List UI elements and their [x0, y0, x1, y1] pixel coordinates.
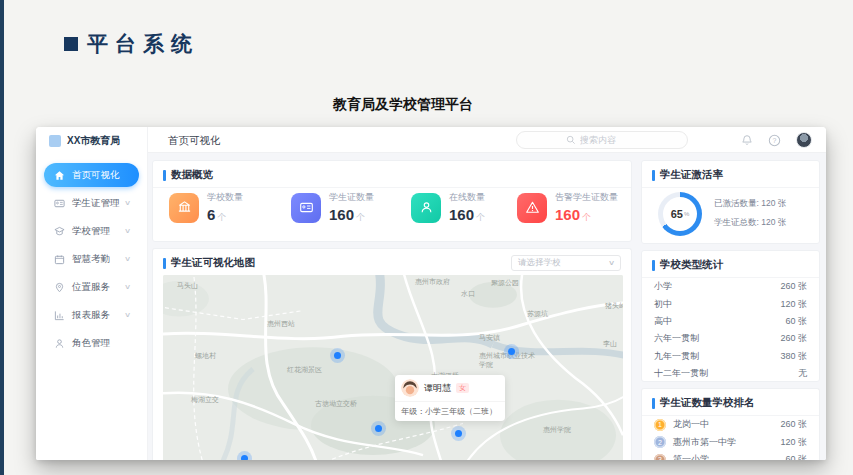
stat-value: 160个	[449, 206, 485, 224]
gold-medal-icon: 1	[654, 419, 666, 431]
table-row: 小学260 张	[642, 278, 819, 295]
school-building-icon	[169, 193, 199, 223]
stat-card-schools: 学校数量 6个	[169, 191, 285, 224]
title-bullet-square	[64, 37, 78, 51]
topbar-icons: ?	[740, 127, 812, 153]
map-marker[interactable]	[375, 425, 382, 432]
select-placeholder: 请选择学校	[518, 257, 561, 269]
sidebar-item-home-visualization[interactable]: 首页可视化	[44, 163, 139, 187]
map-place-label: 古塘坳立交桥	[315, 399, 357, 409]
sidebar-item-smart-attendance[interactable]: 智慧考勤 ∨	[44, 247, 139, 271]
table-row: 十二年一贯制无	[642, 365, 819, 382]
map-place-label: 螺地村	[195, 351, 216, 361]
donut-center: 65 %	[663, 197, 697, 231]
activation-donut-chart: 65 %	[658, 192, 702, 236]
stat-value: 6个	[207, 206, 243, 224]
accent-bar	[652, 398, 655, 409]
search-icon	[566, 131, 576, 149]
panel-title: 学生证数量学校排名	[660, 396, 755, 410]
sidebar-item-student-card[interactable]: 学生证管理 ∨	[44, 191, 139, 215]
calendar-icon	[54, 254, 65, 265]
bronze-medal-icon: 3	[654, 454, 666, 460]
sidebar-item-school-management[interactable]: 学校管理 ∨	[44, 219, 139, 243]
sidebar-item-label: 首页可视化	[72, 169, 120, 182]
stat-value: 160个	[329, 206, 374, 224]
chevron-down-icon: ∨	[608, 259, 615, 267]
slide-subtitle: 教育局及学校管理平台	[36, 96, 770, 114]
stat-label: 告警学生证数量	[555, 191, 618, 204]
panel-header: 数据概览	[153, 161, 631, 188]
map-place-label: 李山	[603, 339, 617, 349]
bell-icon[interactable]	[740, 134, 753, 147]
id-card-icon	[54, 198, 65, 209]
map-place-label: 红花湖景区	[287, 365, 322, 375]
accent-bar	[652, 260, 655, 271]
topbar: 首页可视化 ?	[148, 127, 826, 153]
sidebar-item-label: 位置服务	[72, 281, 110, 294]
search-input[interactable]	[580, 135, 638, 145]
map-marker[interactable]	[241, 455, 248, 460]
map-place-label: 水口	[461, 289, 475, 299]
panel-title: 学生证激活率	[660, 168, 723, 182]
popup-student-row: 谭明慧 女	[395, 375, 505, 401]
dashboard-window: XX市教育局 首页可视化 学生证管理 ∨ 学校管理 ∨ 智慧考勤 ∨	[36, 127, 826, 460]
chevron-down-icon: ∨	[124, 311, 131, 319]
location-pin-icon	[54, 282, 65, 293]
stat-card-student-cards: 学生证数量 160个	[291, 191, 407, 224]
accent-bar	[652, 170, 655, 181]
student-grade: 年级：小学三年级（二班）	[395, 401, 505, 421]
map-place-label: 聚源公园	[491, 278, 519, 288]
data-overview-panel: 数据概览 学校数量 6个 学生证数量 160个 在线	[152, 160, 632, 242]
sidebar: XX市教育局 首页可视化 学生证管理 ∨ 学校管理 ∨ 智慧考勤 ∨	[36, 127, 148, 460]
map-place-label: 马头山	[177, 281, 198, 291]
map-marker[interactable]	[508, 348, 515, 355]
sidebar-item-location-service[interactable]: 位置服务 ∨	[44, 275, 139, 299]
sidebar-item-report-service[interactable]: 报表服务 ∨	[44, 303, 139, 327]
map-place-label: 惠州学院	[543, 425, 571, 435]
slide-title: 平台系统	[87, 30, 199, 58]
breadcrumb-page-title: 首页可视化	[168, 134, 221, 148]
sidebar-item-label: 学生证管理	[72, 197, 120, 210]
donut-percent-unit: %	[684, 211, 689, 217]
map-marker[interactable]	[334, 352, 341, 359]
map-place-label: 梅湖立交	[191, 395, 219, 405]
slide-title-row: 平台系统	[64, 30, 199, 58]
sidebar-menu: 首页可视化 学生证管理 ∨ 学校管理 ∨ 智慧考勤 ∨ 位置服务 ∨	[36, 163, 147, 355]
school-select-dropdown[interactable]: 请选择学校 ∨	[511, 255, 621, 271]
id-card-icon	[291, 193, 321, 223]
map-marker[interactable]	[455, 430, 462, 437]
help-icon[interactable]: ?	[768, 134, 781, 147]
search-box[interactable]	[516, 131, 688, 149]
svg-text:?: ?	[773, 136, 777, 143]
ranking-row: 3 第一小学60 张	[642, 451, 819, 460]
panel-title: 数据概览	[171, 168, 213, 182]
sidebar-item-label: 学校管理	[72, 225, 110, 238]
slide-left-accent-strip	[0, 0, 4, 475]
gender-badge: 女	[456, 383, 469, 393]
user-icon	[54, 338, 65, 349]
chevron-down-icon: ∨	[124, 227, 131, 235]
map-canvas[interactable]: 马头山 惠州市政府 惠州西站 水口 聚源公园 苏源坑 螺地村 红花湖景区 马安镇…	[163, 275, 623, 460]
sidebar-item-role-management[interactable]: 角色管理	[44, 331, 139, 355]
donut-percent: 65	[671, 208, 683, 220]
stat-label: 学校数量	[207, 191, 243, 204]
accent-bar	[163, 258, 166, 269]
panel-title: 学校类型统计	[660, 258, 723, 272]
ranking-row: 2 惠州市第一中学120 张	[642, 434, 819, 452]
user-avatar[interactable]	[796, 132, 812, 148]
sidebar-item-label: 角色管理	[72, 337, 110, 350]
silver-medal-icon: 2	[654, 436, 666, 448]
student-info-popup[interactable]: 谭明慧 女 年级：小学三年级（二班）	[395, 375, 505, 421]
table-row: 六年一贯制260 张	[642, 330, 819, 347]
panel-header: 学校类型统计	[642, 251, 819, 278]
chevron-down-icon: ∨	[124, 283, 131, 291]
ranking-row: 1 龙岗一中260 张	[642, 416, 819, 434]
table-row: 高中60 张	[642, 313, 819, 330]
alert-triangle-icon	[517, 193, 547, 223]
logo-text: XX市教育局	[67, 134, 120, 148]
stat-card-online: 在线数量 160个	[411, 191, 527, 224]
home-icon	[54, 170, 65, 181]
chevron-down-icon: ∨	[124, 199, 131, 207]
chevron-down-icon: ∨	[124, 255, 131, 263]
map-place-label: 苏源坑	[527, 309, 548, 319]
